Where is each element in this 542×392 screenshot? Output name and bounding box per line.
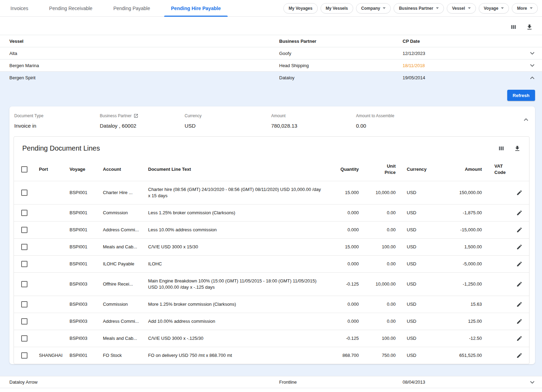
filter-business-partner[interactable]: Business Partner — [394, 3, 444, 14]
filter-label: Vessel — [452, 6, 465, 11]
chevron-down-icon[interactable] — [528, 378, 536, 386]
table-toolbar — [0, 17, 542, 35]
edit-pencil-icon[interactable] — [510, 330, 529, 347]
chevron-down-icon[interactable] — [528, 61, 536, 70]
amount-value: 780,028.13 — [271, 123, 356, 129]
tab-pending-payable[interactable]: Pending Payable — [103, 0, 161, 17]
filter-voyage[interactable]: Voyage — [479, 3, 509, 14]
cell-quantity: -0.125 — [325, 276, 362, 293]
chevron-up-icon[interactable] — [528, 74, 536, 82]
document-card: Document Type Invoice in Business Partne… — [9, 106, 535, 364]
cell-vat-code — [485, 279, 510, 289]
vessel-row-bergen-spirit[interactable]: Bergen Spirit Dataloy 19/05/2014 — [0, 72, 542, 84]
filter-vessel[interactable]: Vessel — [447, 3, 476, 14]
row-checkbox[interactable] — [21, 210, 27, 216]
filter-company[interactable]: Company — [356, 3, 391, 14]
filter-my-voyages[interactable]: My Voyages — [283, 3, 317, 14]
cell-document-line-text: More 1.25% broker commission (Clarksons) — [145, 296, 325, 313]
cell-unit-price: 100.00 — [362, 330, 398, 347]
cell-port — [35, 242, 67, 252]
cell-voyage: BSPI003 — [67, 276, 100, 293]
cell-voyage: BSPI001 — [67, 205, 100, 221]
document-summary: Document Type Invoice in Business Partne… — [9, 106, 535, 136]
edit-pencil-icon[interactable] — [510, 205, 529, 221]
cell-unit-price: 0.00 — [362, 313, 398, 330]
row-checkbox[interactable] — [21, 190, 27, 196]
cell-unit-price: 0.00 — [362, 222, 398, 238]
cell-vat-code — [485, 187, 510, 198]
edit-pencil-icon[interactable] — [510, 313, 529, 330]
filter-more[interactable]: More — [512, 3, 538, 14]
col-header-unit-price: Unit Price — [362, 158, 398, 181]
cell-account: Charter Hire ... — [100, 184, 145, 201]
filter-my-vessels[interactable]: My Vessels — [321, 3, 353, 14]
cell-unit-price: 100.00 — [362, 239, 398, 255]
row-checkbox[interactable] — [21, 352, 27, 359]
download-icon[interactable] — [514, 145, 521, 152]
row-checkbox[interactable] — [21, 227, 27, 233]
view-columns-icon[interactable] — [498, 145, 505, 152]
download-icon[interactable] — [526, 24, 533, 31]
cell-account: Commission — [100, 296, 145, 313]
cell-unit-price: 750.00 — [362, 347, 398, 364]
cell-voyage: BSPI001 — [67, 239, 100, 255]
table-row: BSPI001 ILOHC Payable ILOHC 0.000 0.00 U… — [14, 255, 529, 272]
cell-vat-code — [485, 225, 510, 235]
edit-pencil-icon[interactable] — [510, 256, 529, 272]
cell-account: Commission — [100, 205, 145, 221]
open-in-new-icon[interactable] — [134, 113, 138, 118]
col-header-currency: Currency — [398, 161, 432, 178]
refresh-button[interactable]: Refresh — [507, 90, 535, 101]
refresh-row: Refresh — [0, 84, 542, 106]
col-header-unit-price-text: Unit Price — [382, 163, 396, 176]
cell-unit-price: 10,000.00 — [362, 276, 398, 293]
row-checkbox[interactable] — [21, 318, 27, 325]
vessel-row-alta[interactable]: Alta Goofy 12/12/2023 — [0, 47, 542, 59]
chevron-up-icon[interactable] — [522, 115, 530, 124]
vessel-row-bergen-marina[interactable]: Bergen Marina Head Shipping 18/11/2018 — [0, 59, 542, 72]
cell-account: ILOHC Payable — [100, 256, 145, 272]
cell-currency: USD — [398, 347, 432, 364]
dropdown-caret-icon — [530, 7, 533, 9]
cell-voyage: BSPI001 — [67, 184, 100, 201]
cell-quantity: 15.000 — [325, 239, 362, 255]
row-checkbox[interactable] — [21, 281, 27, 287]
edit-pencil-icon[interactable] — [510, 239, 529, 255]
tab-pending-receivable[interactable]: Pending Receivable — [39, 0, 103, 17]
edit-pencil-icon[interactable] — [510, 296, 529, 313]
cell-vat-code — [485, 242, 510, 252]
business-partner: Head Shipping — [279, 63, 403, 68]
select-all-checkbox[interactable] — [21, 166, 27, 173]
cell-currency: USD — [398, 296, 432, 313]
vessel-table-header: Vessel Business Partner CP Date — [0, 35, 542, 47]
edit-pencil-icon[interactable] — [510, 276, 529, 293]
chevron-down-icon[interactable] — [528, 49, 536, 57]
col-header-port: Port — [35, 161, 67, 178]
cell-vat-code — [485, 208, 510, 218]
vessel-name: Bergen Spirit — [9, 75, 279, 80]
row-checkbox[interactable] — [21, 301, 27, 307]
view-columns-icon[interactable] — [510, 24, 517, 31]
cell-voyage: BSPI001 — [67, 256, 100, 272]
row-checkbox[interactable] — [21, 335, 27, 342]
vessel-row-dataloy-arrow[interactable]: Dataloy Arrow Frontline 08/04/2013 — [0, 376, 542, 388]
tab-invoices[interactable]: Invoices — [0, 0, 39, 17]
cell-amount: -1,875.00 — [432, 205, 485, 221]
select-all-cell — [14, 161, 35, 178]
edit-pencil-icon[interactable] — [510, 222, 529, 238]
field-label-text: Business Partner — [100, 113, 131, 118]
filter-label: More — [517, 6, 527, 11]
row-checkbox[interactable] — [21, 244, 27, 250]
cell-document-line-text: FO on delivery USD 750 /mt x 868.700 mt — [145, 347, 325, 364]
cell-amount: -15,000.00 — [432, 222, 485, 238]
cell-currency: USD — [398, 256, 432, 272]
tab-pending-hire-payable[interactable]: Pending Hire Payable — [161, 0, 231, 17]
edit-pencil-icon[interactable] — [510, 347, 529, 364]
cell-document-line-text: Charter hire (08:56 (GMT) 24/10/2020 - 0… — [145, 181, 325, 204]
row-checkbox[interactable] — [21, 261, 27, 267]
cell-port — [35, 187, 67, 198]
cell-quantity: 868.700 — [325, 347, 362, 364]
cell-voyage: BSPI003 — [67, 296, 100, 313]
edit-pencil-icon[interactable] — [510, 184, 529, 201]
cell-quantity: 15.000 — [325, 184, 362, 201]
